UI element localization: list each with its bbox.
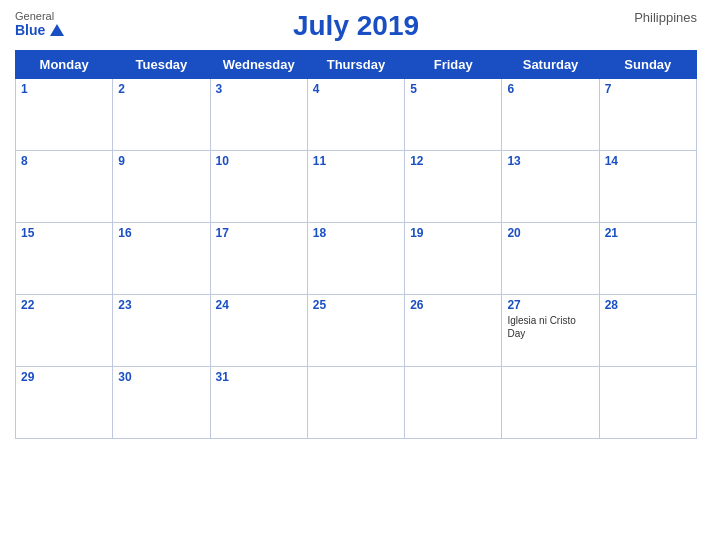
calendar-week-row: 891011121314 — [16, 151, 697, 223]
calendar-week-row: 15161718192021 — [16, 223, 697, 295]
table-row — [599, 367, 696, 439]
logo-general-text: General — [15, 10, 54, 22]
calendar-title: July 2019 — [293, 10, 419, 42]
day-number: 23 — [118, 298, 204, 312]
day-number: 11 — [313, 154, 399, 168]
header-friday: Friday — [405, 51, 502, 79]
day-number: 21 — [605, 226, 691, 240]
table-row — [307, 367, 404, 439]
header-thursday: Thursday — [307, 51, 404, 79]
table-row — [502, 367, 599, 439]
table-row: 28 — [599, 295, 696, 367]
table-row: 23 — [113, 295, 210, 367]
day-number: 2 — [118, 82, 204, 96]
table-row: 7 — [599, 79, 696, 151]
calendar-week-row: 1234567 — [16, 79, 697, 151]
day-number: 8 — [21, 154, 107, 168]
day-number: 30 — [118, 370, 204, 384]
table-row: 2 — [113, 79, 210, 151]
table-row: 19 — [405, 223, 502, 295]
calendar-week-row: 222324252627Iglesia ni Cristo Day28 — [16, 295, 697, 367]
header-wednesday: Wednesday — [210, 51, 307, 79]
day-number: 5 — [410, 82, 496, 96]
day-number: 17 — [216, 226, 302, 240]
table-row: 21 — [599, 223, 696, 295]
calendar-header: General Blue July 2019 Philippines — [15, 10, 697, 42]
table-row — [405, 367, 502, 439]
day-number: 3 — [216, 82, 302, 96]
header-saturday: Saturday — [502, 51, 599, 79]
table-row: 13 — [502, 151, 599, 223]
calendar-week-row: 293031 — [16, 367, 697, 439]
table-row: 9 — [113, 151, 210, 223]
table-row: 10 — [210, 151, 307, 223]
table-row: 30 — [113, 367, 210, 439]
table-row: 3 — [210, 79, 307, 151]
day-number: 4 — [313, 82, 399, 96]
table-row: 4 — [307, 79, 404, 151]
table-row: 27Iglesia ni Cristo Day — [502, 295, 599, 367]
day-number: 26 — [410, 298, 496, 312]
table-row: 16 — [113, 223, 210, 295]
table-row: 6 — [502, 79, 599, 151]
calendar-table: Monday Tuesday Wednesday Thursday Friday… — [15, 50, 697, 439]
day-number: 27 — [507, 298, 593, 312]
table-row: 22 — [16, 295, 113, 367]
table-row: 31 — [210, 367, 307, 439]
day-number: 7 — [605, 82, 691, 96]
day-number: 10 — [216, 154, 302, 168]
day-number: 9 — [118, 154, 204, 168]
day-number: 20 — [507, 226, 593, 240]
day-number: 13 — [507, 154, 593, 168]
header-tuesday: Tuesday — [113, 51, 210, 79]
day-number: 22 — [21, 298, 107, 312]
table-row: 25 — [307, 295, 404, 367]
day-number: 12 — [410, 154, 496, 168]
table-row: 29 — [16, 367, 113, 439]
day-number: 16 — [118, 226, 204, 240]
day-number: 24 — [216, 298, 302, 312]
header-monday: Monday — [16, 51, 113, 79]
table-row: 11 — [307, 151, 404, 223]
table-row: 15 — [16, 223, 113, 295]
logo-triangle-icon — [50, 24, 64, 36]
table-row: 1 — [16, 79, 113, 151]
table-row: 20 — [502, 223, 599, 295]
day-number: 1 — [21, 82, 107, 96]
logo-blue-container: Blue — [15, 22, 64, 38]
table-row: 18 — [307, 223, 404, 295]
day-number: 14 — [605, 154, 691, 168]
table-row: 12 — [405, 151, 502, 223]
day-number: 15 — [21, 226, 107, 240]
day-number: 31 — [216, 370, 302, 384]
day-number: 29 — [21, 370, 107, 384]
table-row: 5 — [405, 79, 502, 151]
table-row: 14 — [599, 151, 696, 223]
country-label: Philippines — [634, 10, 697, 25]
day-number: 19 — [410, 226, 496, 240]
table-row: 8 — [16, 151, 113, 223]
logo: General Blue — [15, 10, 64, 38]
logo-blue-text: Blue — [15, 22, 45, 38]
table-row: 17 — [210, 223, 307, 295]
day-number: 28 — [605, 298, 691, 312]
day-number: 6 — [507, 82, 593, 96]
day-number: 18 — [313, 226, 399, 240]
holiday-label: Iglesia ni Cristo Day — [507, 314, 593, 340]
header-sunday: Sunday — [599, 51, 696, 79]
day-number: 25 — [313, 298, 399, 312]
table-row: 26 — [405, 295, 502, 367]
table-row: 24 — [210, 295, 307, 367]
weekday-header-row: Monday Tuesday Wednesday Thursday Friday… — [16, 51, 697, 79]
